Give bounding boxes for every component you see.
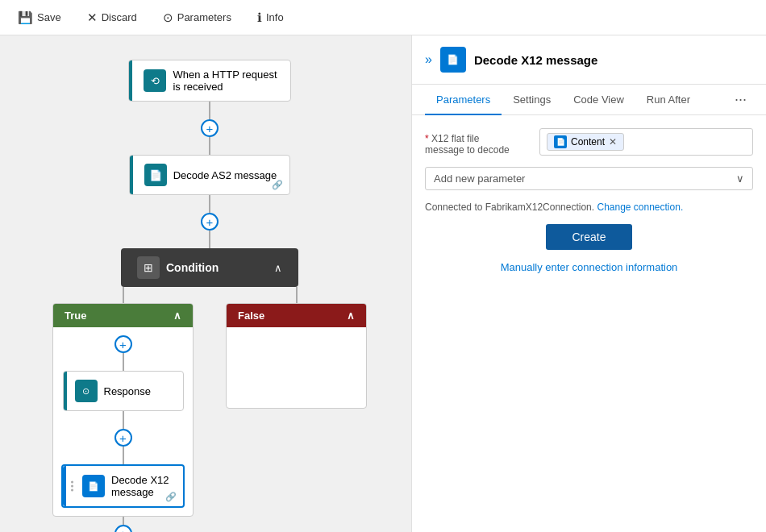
line-v-2 bbox=[209, 195, 210, 213]
save-button[interactable]: 💾 Save bbox=[13, 7, 66, 28]
field-label: * X12 flat file message to decode bbox=[425, 128, 530, 156]
x12-line bbox=[123, 447, 124, 464]
flow-container: ⟲ When a HTTP request is received + 📄 De… bbox=[16, 52, 403, 532]
add-step-2[interactable]: + bbox=[201, 213, 219, 231]
true-branch-box: True ∧ + ⊙ Response bbox=[52, 303, 194, 517]
parameters-icon: ⊙ bbox=[163, 10, 173, 25]
line-v-1b bbox=[209, 137, 210, 155]
tab-settings[interactable]: Settings bbox=[502, 85, 562, 115]
line-v-1 bbox=[209, 102, 210, 119]
true-chevron: ∧ bbox=[173, 310, 181, 322]
panel-tabs: Parameters Settings Code View Run After … bbox=[412, 85, 766, 115]
false-branch-content bbox=[227, 327, 366, 408]
field-tag: 📄 Content ✕ bbox=[547, 133, 624, 151]
connection-info: Connected to FabrikamX12Connection. bbox=[425, 202, 594, 213]
http-trigger-node[interactable]: ⟲ When a HTTP request is received bbox=[128, 60, 290, 102]
as2-link-icon: 🔗 bbox=[272, 180, 283, 190]
branch-wrapper: True ∧ + ⊙ Response bbox=[16, 287, 403, 532]
x12-icon: 📄 bbox=[82, 475, 105, 497]
parameters-label: Parameters bbox=[177, 11, 231, 23]
add-param-chevron: ∨ bbox=[736, 172, 744, 185]
false-label: False bbox=[238, 310, 264, 322]
add-after-true[interactable]: + bbox=[114, 525, 132, 532]
tab-run-after[interactable]: Run After bbox=[635, 85, 701, 115]
as2-icon: 📄 bbox=[144, 164, 167, 186]
false-branch-box: False ∧ bbox=[226, 303, 367, 409]
true-top-line bbox=[123, 287, 124, 303]
branch-row: True ∧ + ⊙ Response bbox=[48, 287, 371, 532]
add-param-label: Add new parameter bbox=[434, 172, 525, 185]
add-param-row[interactable]: Add new parameter ∨ bbox=[425, 167, 753, 190]
change-connection-link[interactable]: Change connection. bbox=[597, 202, 683, 213]
false-branch-header[interactable]: False ∧ bbox=[227, 304, 366, 327]
save-icon: 💾 bbox=[18, 10, 33, 25]
field-value[interactable]: 📄 Content ✕ bbox=[539, 128, 753, 156]
true-label: True bbox=[65, 310, 86, 322]
x12-handle bbox=[68, 480, 77, 493]
toolbar: 💾 Save ✕ Discard ⊙ Parameters ℹ Info bbox=[0, 0, 766, 35]
condition-node[interactable]: ⊞ Condition ∧ bbox=[121, 248, 298, 287]
response-icon: ⊙ bbox=[75, 380, 98, 402]
true-branch-content: + ⊙ Response + bbox=[53, 327, 193, 516]
connector-2: + bbox=[201, 195, 219, 248]
response-accent bbox=[64, 372, 67, 410]
tab-parameters[interactable]: Parameters bbox=[425, 85, 502, 115]
info-button[interactable]: ℹ Info bbox=[252, 7, 289, 28]
panel-body: * X12 flat file message to decode 📄 Cont… bbox=[412, 115, 766, 532]
required-marker: * bbox=[425, 133, 429, 144]
add-true-step[interactable]: + bbox=[114, 335, 132, 353]
false-chevron: ∧ bbox=[347, 310, 355, 322]
true-bottom-line bbox=[123, 517, 124, 525]
x12-accent bbox=[63, 466, 66, 506]
response-label: Response bbox=[104, 385, 152, 397]
discard-icon: ✕ bbox=[87, 10, 98, 25]
parameters-button[interactable]: ⊙ Parameters bbox=[158, 7, 236, 28]
discard-button[interactable]: ✕ Discard bbox=[82, 7, 142, 28]
as2-node[interactable]: 📄 Decode AS2 message 🔗 bbox=[129, 155, 291, 195]
info-icon: ℹ bbox=[257, 10, 262, 25]
condition-icon: ⊞ bbox=[137, 256, 160, 279]
create-button[interactable]: Create bbox=[546, 224, 631, 250]
false-top-line bbox=[296, 287, 298, 303]
more-options[interactable]: ··· bbox=[728, 85, 753, 114]
add-step-1[interactable]: + bbox=[201, 119, 219, 137]
as2-accent bbox=[130, 156, 133, 194]
condition-label: Condition bbox=[166, 261, 268, 274]
true-branch-header[interactable]: True ∧ bbox=[53, 304, 193, 327]
http-label: When a HTTP request is received bbox=[173, 69, 277, 93]
field-row: * X12 flat file message to decode 📄 Cont… bbox=[425, 128, 753, 156]
tag-label: Content bbox=[571, 136, 605, 148]
http-accent bbox=[129, 60, 132, 101]
expand-icon[interactable]: » bbox=[425, 52, 432, 67]
tag-icon: 📄 bbox=[554, 135, 567, 148]
line-v-2b bbox=[209, 231, 210, 248]
add-response-step[interactable]: + bbox=[114, 429, 132, 447]
response-node[interactable]: ⊙ Response bbox=[63, 371, 184, 411]
false-branch-col: False ∧ bbox=[222, 287, 371, 409]
as2-label: Decode AS2 message bbox=[173, 169, 277, 181]
tab-code-view[interactable]: Code View bbox=[562, 85, 635, 115]
x12-link-icon: 🔗 bbox=[165, 492, 177, 502]
x12-node[interactable]: 📄 Decode X12 message 🔗 bbox=[61, 464, 185, 508]
tag-close[interactable]: ✕ bbox=[609, 136, 617, 148]
right-panel: » 📄 Decode X12 message Parameters Settin… bbox=[411, 35, 766, 532]
field-label-text: X12 flat file message to decode bbox=[425, 133, 510, 156]
panel-title: Decode X12 message bbox=[474, 53, 597, 67]
canvas: ⟲ When a HTTP request is received + 📄 De… bbox=[0, 35, 411, 532]
connector-1: + bbox=[201, 102, 219, 155]
response-line bbox=[123, 411, 124, 429]
manual-connection-link[interactable]: Manually enter connection information bbox=[425, 261, 753, 273]
save-label: Save bbox=[37, 11, 61, 23]
true-line bbox=[123, 353, 124, 371]
x12-label: Decode X12 message bbox=[111, 474, 170, 498]
true-branch-col: True ∧ + ⊙ Response bbox=[48, 287, 198, 532]
http-icon: ⟲ bbox=[144, 69, 166, 92]
panel-node-icon: 📄 bbox=[440, 47, 466, 73]
discard-label: Discard bbox=[102, 11, 137, 23]
condition-chevron: ∧ bbox=[274, 262, 282, 274]
panel-header: » 📄 Decode X12 message bbox=[412, 35, 766, 85]
main-area: ⟲ When a HTTP request is received + 📄 De… bbox=[0, 35, 766, 532]
info-label: Info bbox=[266, 11, 284, 23]
connection-text: Connected to FabrikamX12Connection. Chan… bbox=[425, 202, 753, 213]
